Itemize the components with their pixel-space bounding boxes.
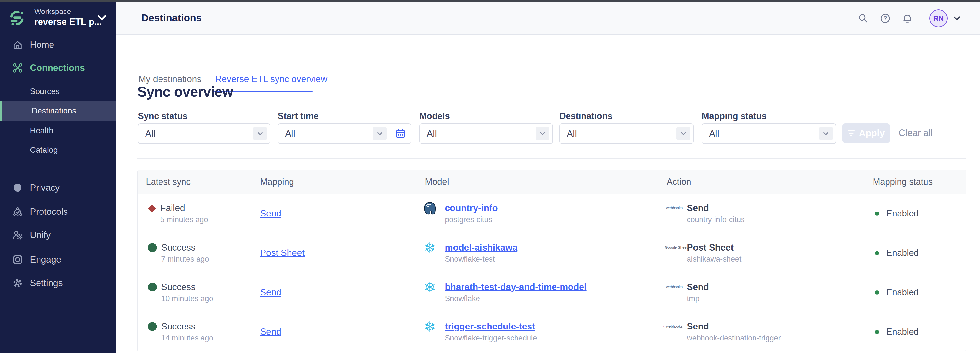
mapping-status-text: Enabled bbox=[886, 248, 919, 258]
table-row: ◆ Failed 5 minutes ago Send country-info bbox=[138, 194, 966, 233]
filter-label-models: Models bbox=[419, 111, 450, 121]
sidebar-item-label: Settings bbox=[30, 278, 63, 288]
action-destination-text: aishikawa-sheet bbox=[687, 254, 741, 264]
filter-label-start-time: Start time bbox=[278, 111, 318, 121]
sync-status-select[interactable]: All bbox=[138, 123, 270, 144]
sidebar-item-sources[interactable]: Sources bbox=[0, 82, 116, 100]
enabled-dot-icon bbox=[875, 212, 879, 216]
model-link[interactable]: country-info bbox=[445, 203, 498, 213]
mapping-status-text: Enabled bbox=[886, 287, 919, 298]
sidebar-item-privacy[interactable]: Privacy bbox=[0, 179, 116, 196]
clear-all-button[interactable]: Clear all bbox=[899, 128, 933, 138]
filter-label-sync-status: Sync status bbox=[138, 111, 188, 121]
sidebar-item-destinations[interactable]: Destinations bbox=[0, 101, 116, 120]
postgresql-icon bbox=[423, 201, 437, 215]
mapping-status-cell: Enabled bbox=[873, 287, 966, 298]
rudderstack-logo bbox=[10, 10, 24, 25]
model-cell: ❄ bharath-test-day-and-time-model Snowfl… bbox=[423, 282, 663, 304]
model-cell: ❄ model-aishikawa Snowflake-test bbox=[423, 242, 663, 264]
action-cell: webhooks Send tmp bbox=[663, 282, 873, 304]
model-link[interactable]: bharath-test-day-and-time-model bbox=[445, 282, 587, 292]
home-icon bbox=[12, 40, 23, 50]
mapping-cell: Send bbox=[260, 287, 423, 298]
sidebar-item-engage[interactable]: Engage bbox=[0, 251, 116, 268]
mapping-link[interactable]: Send bbox=[260, 327, 281, 337]
mapping-link[interactable]: Post Sheet bbox=[260, 248, 304, 258]
sync-status-text: Success bbox=[161, 242, 209, 253]
mapping-status-text: Enabled bbox=[886, 208, 919, 218]
enabled-dot-icon bbox=[875, 251, 879, 255]
mapping-cell: Post Sheet bbox=[260, 248, 423, 258]
mapping-cell: Send bbox=[260, 327, 423, 337]
column-header-latest-sync: Latest sync bbox=[138, 177, 260, 187]
model-source-text: Snowflake-test bbox=[445, 254, 517, 264]
mapping-link[interactable]: Send bbox=[260, 287, 281, 298]
sidebar-item-catalog[interactable]: Catalog bbox=[0, 141, 116, 159]
action-cell: webhooks Send country-info-citus bbox=[663, 203, 873, 225]
latest-sync-cell: ◆ Failed 5 minutes ago bbox=[138, 203, 260, 225]
model-source-text: Snowflake-trigger-schedule bbox=[445, 333, 537, 343]
mapping-status-select[interactable]: All bbox=[702, 123, 836, 144]
account-chevron-down-icon[interactable] bbox=[953, 16, 961, 21]
mapping-status-cell: Enabled bbox=[873, 327, 966, 337]
search-icon[interactable] bbox=[858, 13, 869, 24]
model-link[interactable]: trigger-schedule-test bbox=[445, 321, 535, 331]
sidebar-item-unify[interactable]: Unify bbox=[0, 226, 116, 244]
failed-status-icon: ◆ bbox=[148, 203, 156, 213]
page-title: Destinations bbox=[142, 12, 202, 24]
filter-label-mapping-status: Mapping status bbox=[702, 111, 767, 121]
start-time-select[interactable]: All bbox=[278, 123, 411, 144]
destinations-select[interactable]: All bbox=[560, 123, 694, 144]
model-link[interactable]: model-aishikawa bbox=[445, 242, 517, 252]
chevron-down-icon bbox=[253, 127, 267, 141]
column-header-model: Model bbox=[423, 177, 663, 187]
workspace-switcher[interactable]: Workspace reverse ETL p... bbox=[0, 2, 116, 34]
latest-sync-cell: Success 14 minutes ago bbox=[138, 321, 260, 343]
action-name: Send bbox=[687, 203, 745, 214]
sidebar-item-protocols[interactable]: Protocols bbox=[0, 203, 116, 221]
calendar-icon[interactable] bbox=[390, 124, 411, 143]
sidebar-item-home[interactable]: Home bbox=[0, 36, 116, 54]
action-cell: webhooks Send webhook-destination-trigge… bbox=[663, 321, 873, 343]
sidebar-item-health[interactable]: Health bbox=[0, 122, 116, 139]
column-header-mapping: Mapping bbox=[260, 177, 423, 187]
table-row: Success 7 minutes ago Post Sheet ❄ model… bbox=[138, 233, 966, 273]
chevron-down-icon bbox=[373, 127, 387, 141]
sync-time-text: 7 minutes ago bbox=[161, 254, 209, 264]
avatar[interactable]: RN bbox=[929, 9, 948, 27]
apply-button[interactable]: Apply bbox=[842, 123, 890, 143]
tab-bar: My destinations Reverse ETL sync overvie… bbox=[116, 35, 980, 65]
main-area: Destinations ? RN My destinations Revers bbox=[116, 2, 980, 353]
section-heading: Sync overview bbox=[137, 84, 233, 100]
google-sheets-icon: Google Sheets bbox=[663, 244, 682, 251]
tab-my-destinations[interactable]: My destinations bbox=[138, 74, 202, 84]
webhooks-icon: webhooks bbox=[663, 283, 682, 290]
table-header-row: Latest sync Mapping Model Action Mapping… bbox=[138, 170, 966, 194]
model-cell: ❄ trigger-schedule-test Snowflake-trigge… bbox=[423, 321, 663, 343]
sidebar-item-connections[interactable]: Connections bbox=[0, 59, 116, 77]
sidebar-item-label: Protocols bbox=[30, 207, 68, 217]
action-name: Send bbox=[687, 321, 781, 332]
help-icon[interactable]: ? bbox=[880, 13, 891, 24]
sync-time-text: 5 minutes ago bbox=[160, 215, 208, 225]
filter-label-destinations: Destinations bbox=[560, 111, 612, 121]
chevron-down-icon bbox=[536, 127, 549, 141]
success-status-icon bbox=[148, 243, 157, 252]
tab-reverse-etl-sync-overview[interactable]: Reverse ETL sync overview bbox=[215, 74, 327, 84]
sidebar-item-settings[interactable]: Settings bbox=[0, 274, 116, 292]
mapping-link[interactable]: Send bbox=[260, 208, 281, 218]
workspace-name: reverse ETL p... bbox=[34, 17, 102, 27]
sync-status-text: Success bbox=[161, 321, 213, 332]
sidebar-item-label: Catalog bbox=[30, 146, 58, 155]
action-name: Send bbox=[687, 282, 709, 293]
sidebar: Workspace reverse ETL p... Home Connecti… bbox=[0, 0, 116, 353]
models-select[interactable]: All bbox=[419, 123, 553, 144]
bell-icon[interactable] bbox=[902, 13, 913, 24]
mapping-cell: Send bbox=[260, 208, 423, 218]
gear-icon bbox=[12, 278, 23, 288]
column-header-action: Action bbox=[663, 177, 873, 187]
header-actions: ? RN bbox=[847, 2, 961, 35]
action-cell: Google Sheets Post Sheet aishikawa-sheet bbox=[663, 242, 873, 264]
action-destination-text: country-info-citus bbox=[687, 215, 745, 225]
action-destination-text: tmp bbox=[687, 294, 709, 304]
